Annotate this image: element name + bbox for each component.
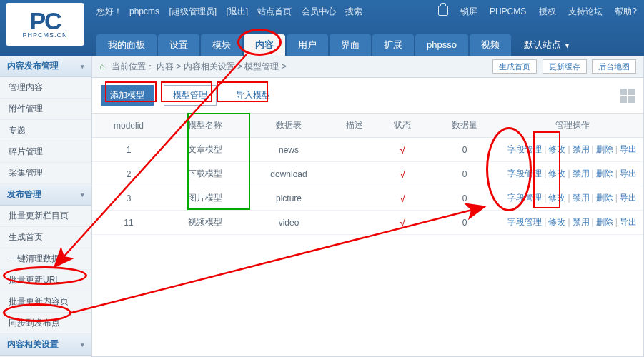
cell-count: 0 [428,186,501,211]
sidebar-item-manage-content[interactable]: 管理内容 [0,77,91,99]
tab-import-model[interactable]: 导入模型 [227,85,279,106]
op-field[interactable]: 字段管理 [507,217,542,227]
cell-table: picture [245,186,332,211]
op-disable[interactable]: 禁用 [573,193,590,203]
op-del[interactable]: 删除 [596,193,613,203]
cell-ops: 字段管理|修改|禁用|删除|导出 [501,138,643,162]
lock-icon [438,6,448,16]
op-export[interactable]: 导出 [620,169,637,178]
op-del[interactable]: 删除 [596,144,613,154]
sitemap-button[interactable]: 后台地图 [592,59,636,74]
sidebar-item-fragments[interactable]: 碎片管理 [0,141,91,163]
sidebar-group-publish[interactable]: 内容发布管理▾ [0,56,91,77]
forum-link[interactable]: 支持论坛 [568,6,603,16]
nav-mypanel[interactable]: 我的面板 [96,34,157,56]
op-edit[interactable]: 修改 [548,169,565,178]
help-link[interactable]: 帮助? [615,6,637,16]
cell-desc [332,186,377,211]
op-disable[interactable]: 禁用 [573,144,590,154]
logout-link[interactable]: [退出] [226,6,248,16]
gen-home-button[interactable]: 生成首页 [492,59,537,74]
cell-count: 0 [428,138,501,162]
sidebar-item-clear-data[interactable]: 一键清理数据 [0,248,91,270]
sidebar-item-batch-content[interactable]: 批量更新内容页 [0,291,91,313]
nav-default-site[interactable]: 默认站点▼ [512,34,582,56]
collapse-icon: ▾ [81,191,84,198]
cell-name: 图片模型 [165,186,245,211]
op-field[interactable]: 字段管理 [507,144,542,154]
col-name: 模型名称 [165,114,245,138]
sidebar-item-batch-col[interactable]: 批量更新栏目页 [0,206,91,227]
sidebar-item-collect[interactable]: 采集管理 [0,163,91,184]
cell-id: 1 [92,138,165,162]
lock-link[interactable]: 锁屏 [438,6,477,16]
op-export[interactable]: 导出 [620,144,637,154]
main-nav: 我的面板 设置 模块 内容 用户 界面 扩展 phpsso 视频 默认站点▼ [96,30,583,56]
breadcrumb: ⌂ 当前位置： 内容 > 内容相关设置 > 模型管理 > 生成首页 更新缓存 后… [92,56,643,78]
sidebar-group-related[interactable]: 内容相关设置▾ [0,334,91,356]
logo-sub: PHPCMS.CN [22,31,67,39]
sidebar-item-attachments[interactable]: 附件管理 [0,99,91,120]
logo-main: PC [29,10,60,31]
tab-add-model[interactable]: 添加模型 [101,85,154,106]
op-disable[interactable]: 禁用 [573,169,590,178]
sidebar-item-topics[interactable]: 专题 [0,120,91,141]
cell-status: √ [377,186,428,211]
sidebar-item-batch-url[interactable]: 批量更新URL [0,270,91,291]
crumb-0[interactable]: 内容 [157,61,174,71]
op-edit[interactable]: 修改 [548,193,565,203]
cell-count: 0 [428,162,501,186]
chevron-down-icon: ▼ [564,42,570,49]
op-field[interactable]: 字段管理 [507,169,542,178]
home-icon[interactable]: ⌂ [99,61,104,71]
greeting-bar: 您好！phpcms [超级管理员] [退出] 站点首页 会员中心 搜索 [96,6,370,18]
cell-id: 3 [92,186,165,211]
sidebar: 内容发布管理▾ 管理内容 附件管理 专题 碎片管理 采集管理 发布管理▾ 批量更… [0,56,92,357]
sitehome-link[interactable]: 站点首页 [257,6,292,16]
search-link[interactable]: 搜索 [345,6,362,16]
op-export[interactable]: 导出 [620,193,637,203]
crumb-label: 当前位置： [112,61,154,71]
col-modelid: modelid [92,114,165,138]
tab-model-mgmt[interactable]: 模型管理 [164,85,217,106]
nav-phpsso[interactable]: phpsso [415,34,468,56]
cell-ops: 字段管理|修改|禁用|删除|导出 [501,186,643,211]
cell-id: 11 [92,211,165,235]
member-link[interactable]: 会员中心 [302,6,336,16]
nav-modules[interactable]: 模块 [201,34,242,56]
sidebar-item-gen-home[interactable]: 生成首页 [0,227,91,248]
op-disable[interactable]: 禁用 [573,217,590,227]
nav-ext[interactable]: 扩展 [372,34,414,56]
nav-ui[interactable]: 界面 [330,34,371,56]
nav-settings[interactable]: 设置 [158,34,199,56]
sidebar-group-release[interactable]: 发布管理▾ [0,184,91,206]
main-area: ⌂ 当前位置： 内容 > 内容相关设置 > 模型管理 > 生成首页 更新缓存 后… [92,56,644,357]
cell-table: download [245,162,332,186]
header: PC PHPCMS.CN 您好！phpcms [超级管理员] [退出] 站点首页… [0,0,644,56]
nav-video[interactable]: 视频 [470,34,511,56]
sidebar-item-sync[interactable]: 同步到发布点 [0,313,91,334]
nav-content[interactable]: 内容 [244,34,285,56]
table-row: 3图片模型picture√0字段管理|修改|禁用|删除|导出 [92,186,643,211]
phpcms-link[interactable]: PHPCMS [490,6,526,16]
greet-hello: 您好！ [96,6,122,16]
table-row: 1文章模型news√0字段管理|修改|禁用|删除|导出 [92,138,643,162]
update-cache-button[interactable]: 更新缓存 [543,59,587,74]
grid-view-icon[interactable] [620,89,635,103]
op-edit[interactable]: 修改 [548,217,565,227]
cell-name: 下载模型 [165,162,245,186]
top-links: 锁屏 PHPCMS 授权 支持论坛 帮助? [428,6,637,18]
auth-link[interactable]: 授权 [539,6,556,16]
nav-users[interactable]: 用户 [287,34,328,56]
crumb-2[interactable]: 模型管理 [244,61,279,71]
op-export[interactable]: 导出 [620,217,637,227]
crumb-1[interactable]: 内容相关设置 [184,61,235,71]
table-row: 2下载模型download√0字段管理|修改|禁用|删除|导出 [92,162,643,186]
model-table: modelid 模型名称 数据表 描述 状态 数据量 管理操作 1文章模型new… [92,114,643,235]
op-del[interactable]: 删除 [596,169,613,178]
op-field[interactable]: 字段管理 [507,193,542,203]
op-del[interactable]: 删除 [596,217,613,227]
cell-desc [332,211,377,235]
greet-role: [超级管理员] [169,6,217,16]
op-edit[interactable]: 修改 [548,144,565,154]
